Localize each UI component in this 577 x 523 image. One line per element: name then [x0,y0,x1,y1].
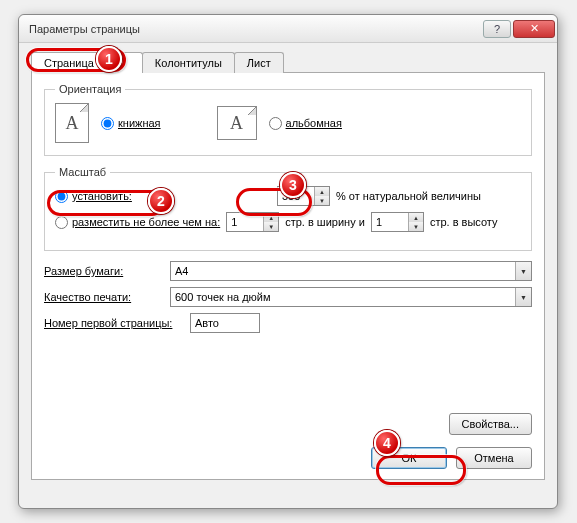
page-setup-dialog: Параметры страницы ? ✕ Страница Колонтит… [18,14,558,509]
portrait-icon [55,103,89,143]
spinner-up-icon[interactable]: ▲ [409,213,423,222]
tab-pane-page: Ориентация книжная альбомная Мас [31,72,545,480]
paper-size-label: Размер бумаги: [44,265,164,277]
tab-sheet[interactable]: Лист [234,52,284,73]
spinner-up-icon[interactable]: ▲ [315,187,329,196]
fit-height-input[interactable] [372,213,408,231]
annotation-marker-1: 1 [96,46,122,72]
landscape-icon [217,106,257,140]
annotation-ring-4 [376,455,466,485]
fit-height-suffix: стр. в высоту [430,216,498,228]
orientation-group: Ориентация книжная альбомная [44,83,532,156]
cancel-button[interactable]: Отмена [456,447,532,469]
annotation-marker-2: 2 [148,188,174,214]
paper-size-value: A4 [171,265,515,277]
help-icon: ? [494,23,500,35]
scale-fit-label: разместить не более чем на: [72,216,220,228]
scale-legend: Масштаб [55,166,110,178]
portrait-radio[interactable] [101,117,114,130]
paper-size-combo[interactable]: A4 ▼ [170,261,532,281]
close-icon: ✕ [530,22,539,35]
print-quality-label: Качество печати: [44,291,164,303]
scale-adjust-suffix: % от натуральной величины [336,190,481,202]
annotation-marker-3: 3 [280,172,306,198]
chevron-down-icon[interactable]: ▼ [515,262,531,280]
close-button[interactable]: ✕ [513,20,555,38]
landscape-radio[interactable] [269,117,282,130]
landscape-label: альбомная [286,117,342,129]
spinner-down-icon[interactable]: ▼ [264,222,278,231]
print-quality-value: 600 точек на дюйм [171,291,515,303]
properties-button[interactable]: Свойства... [449,413,532,435]
annotation-marker-4: 4 [374,430,400,456]
titlebar: Параметры страницы ? ✕ [19,15,557,43]
spinner-down-icon[interactable]: ▼ [315,196,329,205]
help-button[interactable]: ? [483,20,511,38]
portrait-label: книжная [118,117,161,129]
first-page-label: Номер первой страницы: [44,317,184,329]
scale-fit-radio[interactable] [55,216,68,229]
spinner-down-icon[interactable]: ▼ [409,222,423,231]
fit-height-spinner[interactable]: ▲▼ [371,212,424,232]
fit-width-suffix: стр. в ширину и [285,216,365,228]
first-page-input[interactable] [190,313,260,333]
chevron-down-icon[interactable]: ▼ [515,288,531,306]
print-quality-combo[interactable]: 600 точек на дюйм ▼ [170,287,532,307]
orientation-legend: Ориентация [55,83,125,95]
dialog-body: Страница Колонтитулы Лист Ориентация кни… [19,43,557,492]
window-title: Параметры страницы [29,23,481,35]
tab-headers[interactable]: Колонтитулы [142,52,235,73]
